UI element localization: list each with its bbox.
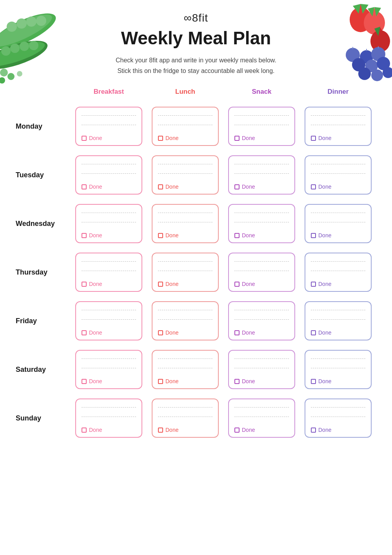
dinner-card[interactable]: Done bbox=[305, 107, 372, 146]
snack-cell-sunday[interactable]: Done bbox=[223, 394, 300, 442]
done-checkbox[interactable] bbox=[158, 136, 163, 141]
done-row[interactable]: Done bbox=[234, 329, 289, 336]
snack-card[interactable]: Done bbox=[228, 107, 295, 146]
done-checkbox[interactable] bbox=[234, 330, 240, 335]
dinner-cell-wednesday[interactable]: Done bbox=[300, 199, 376, 248]
done-row[interactable]: Done bbox=[158, 232, 212, 238]
done-row[interactable]: Done bbox=[234, 232, 289, 238]
done-checkbox[interactable] bbox=[234, 233, 240, 238]
done-checkbox[interactable] bbox=[234, 379, 240, 384]
dinner-card[interactable]: Done bbox=[305, 350, 372, 389]
done-checkbox[interactable] bbox=[82, 428, 87, 433]
breakfast-cell-wednesday[interactable]: Done bbox=[71, 199, 147, 248]
done-checkbox[interactable] bbox=[311, 136, 316, 141]
done-row[interactable]: Done bbox=[234, 281, 289, 287]
done-row[interactable]: Done bbox=[311, 378, 365, 384]
done-row[interactable]: Done bbox=[311, 184, 365, 190]
done-checkbox[interactable] bbox=[158, 379, 163, 384]
done-checkbox[interactable] bbox=[82, 233, 87, 238]
done-row[interactable]: Done bbox=[82, 281, 136, 287]
done-row[interactable]: Done bbox=[234, 184, 289, 190]
done-row[interactable]: Done bbox=[234, 427, 289, 433]
lunch-card[interactable]: Done bbox=[152, 107, 219, 146]
breakfast-cell-friday[interactable]: Done bbox=[71, 297, 147, 345]
dinner-card[interactable]: Done bbox=[305, 301, 372, 340]
done-checkbox[interactable] bbox=[82, 379, 87, 384]
breakfast-card[interactable]: Done bbox=[75, 399, 142, 438]
snack-card[interactable]: Done bbox=[228, 399, 295, 438]
lunch-card[interactable]: Done bbox=[152, 399, 219, 438]
done-row[interactable]: Done bbox=[311, 281, 365, 287]
done-row[interactable]: Done bbox=[158, 329, 212, 336]
done-checkbox[interactable] bbox=[158, 184, 163, 189]
lunch-cell-saturday[interactable]: Done bbox=[147, 345, 223, 394]
snack-card[interactable]: Done bbox=[228, 301, 295, 340]
done-row[interactable]: Done bbox=[82, 232, 136, 238]
done-checkbox[interactable] bbox=[158, 428, 163, 433]
breakfast-cell-tuesday[interactable]: Done bbox=[71, 151, 147, 199]
done-row[interactable]: Done bbox=[158, 281, 212, 287]
done-row[interactable]: Done bbox=[82, 378, 136, 384]
done-checkbox[interactable] bbox=[234, 184, 240, 189]
snack-cell-wednesday[interactable]: Done bbox=[223, 199, 300, 248]
done-row[interactable]: Done bbox=[82, 427, 136, 433]
done-row[interactable]: Done bbox=[158, 135, 212, 141]
snack-cell-friday[interactable]: Done bbox=[223, 297, 300, 345]
done-checkbox[interactable] bbox=[158, 282, 163, 287]
done-checkbox[interactable] bbox=[234, 136, 240, 141]
breakfast-cell-thursday[interactable]: Done bbox=[71, 248, 147, 297]
lunch-card[interactable]: Done bbox=[152, 204, 219, 243]
done-row[interactable]: Done bbox=[234, 378, 289, 384]
dinner-cell-sunday[interactable]: Done bbox=[300, 394, 376, 442]
lunch-cell-monday[interactable]: Done bbox=[147, 102, 223, 151]
done-checkbox[interactable] bbox=[311, 428, 316, 433]
done-row[interactable]: Done bbox=[311, 329, 365, 336]
snack-card[interactable]: Done bbox=[228, 253, 295, 292]
snack-card[interactable]: Done bbox=[228, 204, 295, 243]
done-checkbox[interactable] bbox=[311, 282, 316, 287]
done-checkbox[interactable] bbox=[234, 282, 240, 287]
done-row[interactable]: Done bbox=[82, 184, 136, 190]
lunch-card[interactable]: Done bbox=[152, 301, 219, 340]
snack-cell-tuesday[interactable]: Done bbox=[223, 151, 300, 199]
done-checkbox[interactable] bbox=[158, 233, 163, 238]
snack-cell-thursday[interactable]: Done bbox=[223, 248, 300, 297]
lunch-cell-sunday[interactable]: Done bbox=[147, 394, 223, 442]
dinner-cell-friday[interactable]: Done bbox=[300, 297, 376, 345]
lunch-card[interactable]: Done bbox=[152, 155, 219, 195]
dinner-cell-monday[interactable]: Done bbox=[300, 102, 376, 151]
done-checkbox[interactable] bbox=[311, 379, 316, 384]
dinner-cell-saturday[interactable]: Done bbox=[300, 345, 376, 394]
breakfast-cell-saturday[interactable]: Done bbox=[71, 345, 147, 394]
lunch-cell-friday[interactable]: Done bbox=[147, 297, 223, 345]
lunch-cell-wednesday[interactable]: Done bbox=[147, 199, 223, 248]
lunch-card[interactable]: Done bbox=[152, 253, 219, 292]
done-checkbox[interactable] bbox=[311, 184, 316, 189]
done-checkbox[interactable] bbox=[311, 330, 316, 335]
dinner-card[interactable]: Done bbox=[305, 253, 372, 292]
dinner-cell-thursday[interactable]: Done bbox=[300, 248, 376, 297]
done-checkbox[interactable] bbox=[82, 184, 87, 189]
breakfast-cell-sunday[interactable]: Done bbox=[71, 394, 147, 442]
dinner-card[interactable]: Done bbox=[305, 204, 372, 243]
snack-cell-monday[interactable]: Done bbox=[223, 102, 300, 151]
done-checkbox[interactable] bbox=[234, 428, 240, 433]
done-checkbox[interactable] bbox=[158, 330, 163, 335]
done-row[interactable]: Done bbox=[311, 232, 365, 238]
done-checkbox[interactable] bbox=[82, 136, 87, 141]
breakfast-card[interactable]: Done bbox=[75, 253, 142, 292]
done-row[interactable]: Done bbox=[82, 135, 136, 141]
done-checkbox[interactable] bbox=[311, 233, 316, 238]
snack-card[interactable]: Done bbox=[228, 350, 295, 389]
dinner-cell-tuesday[interactable]: Done bbox=[300, 151, 376, 199]
done-row[interactable]: Done bbox=[158, 427, 212, 433]
breakfast-card[interactable]: Done bbox=[75, 155, 142, 195]
lunch-cell-thursday[interactable]: Done bbox=[147, 248, 223, 297]
lunch-card[interactable]: Done bbox=[152, 350, 219, 389]
done-row[interactable]: Done bbox=[311, 427, 365, 433]
breakfast-card[interactable]: Done bbox=[75, 301, 142, 340]
done-row[interactable]: Done bbox=[158, 378, 212, 384]
dinner-card[interactable]: Done bbox=[305, 155, 372, 195]
done-row[interactable]: Done bbox=[158, 184, 212, 190]
snack-card[interactable]: Done bbox=[228, 155, 295, 195]
